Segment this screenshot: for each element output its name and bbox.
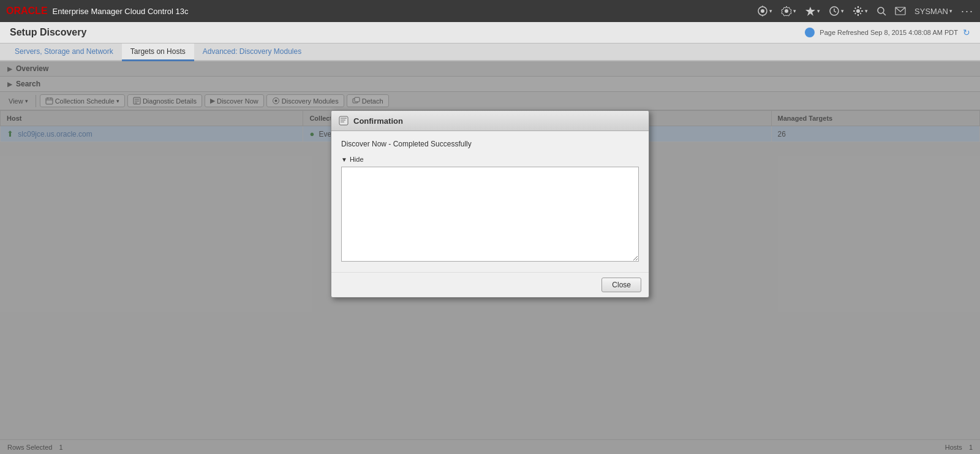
tab-servers-storage[interactable]: Servers, Storage and Network (6, 44, 122, 61)
modal-close-button[interactable]: Close (601, 278, 641, 292)
username-menu[interactable]: SYSMAN ▾ (914, 7, 952, 16)
settings-icon[interactable]: ▾ (781, 6, 796, 17)
more-menu[interactable]: ··· (961, 5, 974, 18)
content-panel: ▶ Overview ▶ Search View ▾ Collection Sc… (0, 61, 980, 454)
gear-icon[interactable]: ▾ (853, 6, 868, 17)
hide-label: Hide (350, 156, 364, 163)
search-icon[interactable] (876, 6, 886, 16)
svg-line-17 (883, 13, 886, 15)
refresh-button[interactable]: ↻ (963, 28, 970, 37)
modal-header: Confirmation (331, 111, 649, 131)
favorites-icon[interactable]: ▾ (805, 6, 820, 17)
oracle-wordmark: ORACLE (6, 6, 48, 17)
svg-rect-14 (854, 13, 856, 15)
modal-overlay: Confirmation Discover Now - Completed Su… (0, 61, 980, 454)
em-label: Enterprise Manager Cloud Control 13c (53, 7, 189, 16)
history-icon[interactable]: ▾ (829, 6, 844, 17)
svg-point-4 (785, 9, 788, 13)
svg-rect-13 (860, 7, 862, 9)
svg-rect-11 (861, 10, 863, 12)
confirmation-icon (339, 116, 349, 126)
svg-point-1 (761, 9, 764, 13)
topbar-right: ▾ ▾ ▾ ▾ ▾ SYSMAN ▾ ··· (757, 5, 974, 18)
page-refresh-timestamp: Page Refreshed Sep 8, 2015 4:08:08 AM PD… (820, 29, 958, 36)
confirmation-modal: Confirmation Discover Now - Completed Su… (331, 110, 649, 298)
refresh-status-circle (805, 28, 815, 37)
page-header-right: Page Refreshed Sep 8, 2015 4:08:08 AM PD… (805, 28, 970, 37)
svg-rect-10 (853, 10, 855, 12)
tab-bar: Servers, Storage and Network Targets on … (0, 44, 980, 61)
page-header: Setup Discovery Page Refreshed Sep 8, 20… (0, 22, 980, 44)
targets-icon[interactable]: ▾ (757, 6, 772, 17)
page-title: Setup Discovery (10, 27, 86, 38)
tab-advanced-discovery[interactable]: Advanced: Discovery Modules (194, 44, 310, 61)
modal-footer: Close (331, 272, 649, 297)
hide-section[interactable]: ▼ Hide (341, 156, 639, 163)
modal-textarea[interactable] (341, 167, 639, 262)
svg-marker-5 (805, 7, 815, 16)
tab-targets-on-hosts[interactable]: Targets on Hosts (122, 44, 194, 61)
svg-rect-8 (858, 6, 859, 8)
svg-point-7 (856, 9, 860, 13)
main-content: Setup Discovery Page Refreshed Sep 8, 20… (0, 22, 980, 454)
modal-title: Confirmation (353, 116, 403, 126)
svg-point-16 (878, 7, 884, 13)
mail-icon[interactable] (895, 7, 906, 15)
oracle-logo: ORACLE Enterprise Manager Cloud Control … (6, 6, 188, 17)
modal-message: Discover Now - Completed Successfully (341, 140, 639, 148)
hide-triangle-icon: ▼ (341, 156, 347, 163)
svg-rect-12 (854, 7, 856, 9)
svg-rect-31 (339, 116, 348, 125)
svg-rect-15 (860, 13, 862, 15)
modal-body: Discover Now - Completed Successfully ▼ … (331, 131, 649, 272)
svg-rect-9 (858, 14, 859, 16)
topbar: ORACLE Enterprise Manager Cloud Control … (0, 0, 980, 22)
topbar-left: ORACLE Enterprise Manager Cloud Control … (6, 6, 188, 17)
